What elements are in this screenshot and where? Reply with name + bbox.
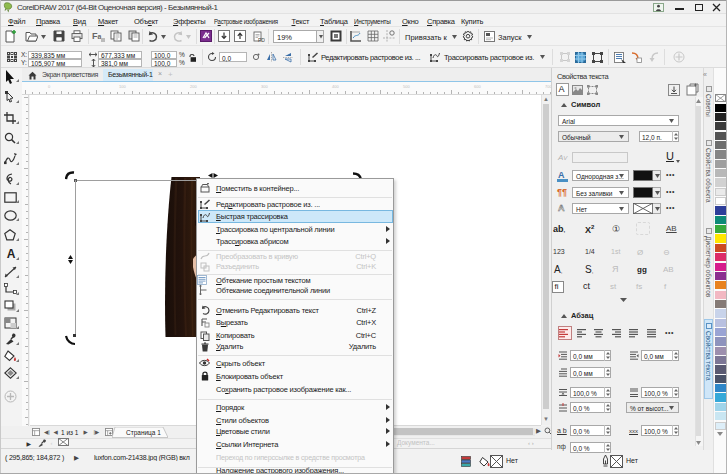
svg-text:PDF: PDF xyxy=(258,37,265,43)
